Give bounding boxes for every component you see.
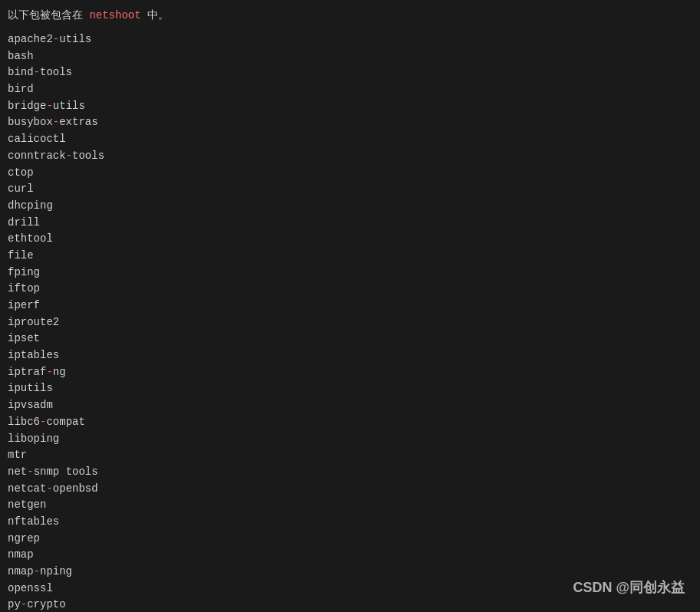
package-dash: - — [53, 33, 59, 45]
list-item: iperf — [8, 298, 692, 314]
package-name: py — [8, 598, 21, 610]
list-item: py-crypto — [8, 597, 692, 612]
package-name: netcat — [8, 482, 46, 495]
package-suffix: utils — [59, 33, 91, 45]
package-dash: - — [46, 100, 52, 112]
list-item: bird — [8, 81, 692, 98]
list-item: libc6-compat — [8, 414, 692, 431]
list-item: ngrep — [8, 531, 692, 548]
list-item: mtr — [8, 447, 692, 464]
list-item: fping — [8, 265, 692, 281]
watermark: CSDN @同创永益 — [573, 578, 685, 597]
package-name: iptraf — [8, 366, 46, 378]
package-suffix: ng — [53, 366, 66, 378]
header-suffix: 中。 — [147, 9, 169, 21]
list-item: curl — [8, 181, 692, 198]
package-dash: - — [66, 150, 72, 162]
list-item: calicoctl — [8, 131, 692, 148]
list-item: nmap — [8, 547, 692, 564]
header-section: 以下包被包含在 netshoot 中。 — [0, 0, 700, 28]
package-suffix: nping — [40, 565, 72, 577]
package-dash: - — [53, 116, 59, 128]
package-name: busybox — [8, 116, 53, 128]
package-suffix: crypto — [27, 598, 65, 610]
package-name: nmap — [8, 565, 34, 577]
netshoot-label: netshoot — [89, 9, 140, 21]
list-item: conntrack-tools — [8, 148, 692, 165]
list-item: net-snmp tools — [8, 464, 692, 481]
package-dash: - — [34, 565, 40, 577]
package-dash: - — [46, 366, 52, 378]
package-name: apache2 — [8, 33, 53, 45]
header-prefix: 以下包被包含在 — [8, 9, 89, 21]
list-item: busybox-extras — [8, 114, 692, 131]
list-item: iputils — [8, 380, 692, 397]
list-item: iproute2 — [8, 314, 692, 331]
list-item: iftop — [8, 281, 692, 298]
list-item: ethtool — [8, 231, 692, 248]
package-dash: - — [27, 466, 33, 478]
package-suffix: openbsd — [53, 482, 98, 495]
list-item: bind-tools — [8, 64, 692, 81]
package-dash: - — [34, 66, 40, 78]
list-item: nftables — [8, 514, 692, 531]
package-suffix: compat — [46, 416, 84, 428]
package-suffix: snmp tools — [34, 466, 98, 478]
list-item: liboping — [8, 431, 692, 448]
package-name: bind — [8, 66, 34, 78]
package-dash: - — [21, 598, 27, 610]
package-suffix: extras — [59, 116, 97, 128]
list-item: apache2-utils — [8, 31, 692, 48]
package-name: libc6 — [8, 416, 40, 428]
package-dash: - — [46, 482, 52, 495]
package-name: net — [8, 466, 27, 478]
list-item: ipset — [8, 331, 692, 347]
list-item: bridge-utils — [8, 98, 692, 115]
list-item: iptables — [8, 347, 692, 364]
list-item: bash — [8, 48, 692, 65]
package-suffix: tools — [40, 66, 72, 78]
package-name: bridge — [8, 100, 46, 112]
list-item: netcat-openbsd — [8, 481, 692, 498]
list-item: iptraf-ng — [8, 364, 692, 381]
list-item: ctop — [8, 165, 692, 182]
list-item: drill — [8, 215, 692, 232]
package-suffix: tools — [72, 150, 104, 162]
package-list: apache2-utilsbashbind-toolsbirdbridge-ut… — [0, 28, 700, 612]
package-name: conntrack — [8, 150, 66, 162]
list-item: file — [8, 248, 692, 265]
list-item: ipvsadm — [8, 397, 692, 414]
list-item: netgen — [8, 497, 692, 514]
package-suffix: utils — [53, 100, 85, 112]
list-item: dhcping — [8, 198, 692, 215]
